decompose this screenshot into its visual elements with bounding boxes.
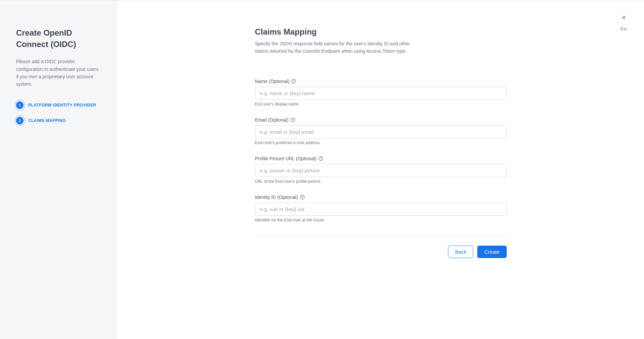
svg-point-10 [321,158,321,158]
info-icon[interactable] [291,118,295,122]
sidebar-title: Create OpenID Connect (OIDC) [16,27,101,50]
close-label: Esc [621,27,627,31]
field-hint: End-User's preferred e-mail address. [255,140,507,145]
step-item-platform-identity-provider[interactable]: 1 PLATFORM IDENTITY PROVIDER [16,101,101,109]
step-number: 2 [16,117,23,124]
field-label-row: Profile Picture URL (Optional) [255,156,507,161]
info-icon[interactable] [300,195,305,200]
back-button[interactable]: Back [448,246,473,258]
name-input[interactable] [255,87,507,100]
layout: Create OpenID Connect (OIDC) Please add … [0,0,644,339]
field-hint: Identifier for the End-User at the Issue… [255,218,507,222]
svg-point-13 [302,196,303,197]
field-label-row: Name (Optional) [255,79,507,84]
field-label: Profile Picture URL (Optional) [255,156,317,161]
info-icon[interactable] [318,156,323,161]
step-label: CLAIMS MAPPING [28,118,66,123]
actions: Back Create [255,246,507,258]
field-label-row: Email (Optional) [255,117,507,123]
close-icon [621,15,627,21]
field-label: Name (Optional) [255,79,290,84]
identity-id-input[interactable] [255,203,507,216]
field-label-row: Identity ID (Optional) [255,195,507,200]
email-input[interactable] [255,125,507,138]
svg-point-4 [294,80,294,81]
field-hint: End user's display name [255,102,507,107]
field-hint: URL of the End-User's profile picture. [255,179,507,184]
form-field-identity-id: Identity ID (Optional) Identifier for th… [255,195,507,222]
step-label: PLATFORM IDENTITY PROVIDER [28,103,96,108]
sidebar: Create OpenID Connect (OIDC) Please add … [0,0,117,339]
form-field-email: Email (Optional) End-User's preferred e-… [255,117,507,145]
content: Claims Mapping Specify the JSON response… [255,27,507,258]
step-item-claims-mapping[interactable]: 2 CLAIMS MAPPING [16,117,101,124]
page-title: Claims Mapping [255,27,507,37]
step-number: 1 [16,101,23,109]
create-button[interactable]: Create [477,246,506,258]
field-label: Email (Optional) [255,117,289,123]
steps-list: 1 PLATFORM IDENTITY PROVIDER 2 CLAIMS MA… [16,101,101,124]
main: Esc Claims Mapping Specify the JSON resp… [117,0,644,339]
field-label: Identity ID (Optional) [255,195,298,200]
sidebar-description: Please add a OIDC provider configuration… [16,58,101,88]
page-description: Specify the JSON response field names fo… [255,40,423,55]
divider [255,236,507,236]
svg-point-7 [293,119,293,119]
profile-picture-url-input[interactable] [255,164,507,177]
form-field-name: Name (Optional) End user's display name [255,79,507,107]
close-button[interactable] [617,11,631,25]
close-area: Esc [617,11,631,31]
info-icon[interactable] [291,79,296,84]
form-field-profile-picture-url: Profile Picture URL (Optional) URL of th… [255,156,507,184]
